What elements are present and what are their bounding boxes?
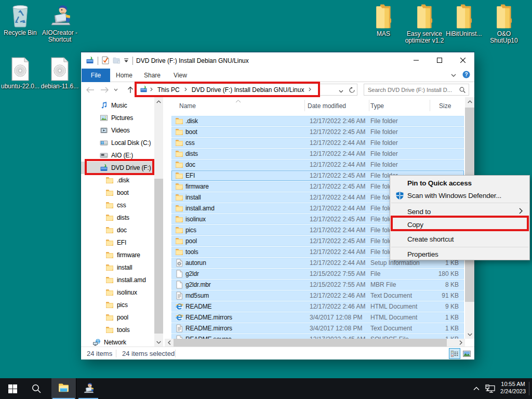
thumbnail-view-button[interactable] (461, 348, 472, 359)
menu-item-create-shortcut[interactable]: Create shortcut (391, 232, 529, 246)
file-row-css[interactable]: css12/17/2022 2:44 AMFile folder (171, 138, 464, 149)
desktop-icon[interactable]: MAS (364, 3, 403, 37)
scrollbar-thumb[interactable] (154, 179, 163, 334)
tray-show-hidden-icons-button[interactable] (469, 378, 484, 399)
search-input[interactable]: Search DVD Drive (F:) Install D... (364, 84, 469, 96)
menu-item-properties[interactable]: Properties (391, 248, 529, 260)
column-name[interactable]: Name (179, 102, 196, 110)
nav-item-local-disk-c-[interactable]: Local Disk (C:) (81, 137, 154, 149)
scroll-down-icon[interactable] (154, 338, 163, 347)
file-row-readme-mirrors[interactable]: README.mirrors3/4/2017 12:08 PMText Docu… (171, 323, 464, 334)
taskbar-clock[interactable]: 10:55 AM 2/24/2023 (500, 380, 526, 395)
scroll-right-icon[interactable] (456, 339, 465, 347)
details-view-button[interactable] (449, 348, 460, 359)
file-type: File folder (370, 139, 398, 147)
nav-item--disk[interactable]: .disk (81, 174, 154, 187)
desktop-icon[interactable]: ubuntu-22.0... (1, 56, 40, 90)
address-bar[interactable]: This PCDVD Drive (F:) Install Debian GNU… (136, 84, 357, 96)
ribbon-tab-file[interactable]: File (82, 69, 110, 82)
scrollbar-thumb[interactable] (174, 339, 447, 347)
file-icon (175, 335, 183, 339)
address-dropdown-icon[interactable] (339, 87, 343, 95)
menu-item-pin-to-quick-access[interactable]: Pin to Quick access (391, 177, 529, 189)
taskbar-search-button[interactable] (25, 378, 48, 399)
refresh-icon[interactable] (349, 87, 355, 95)
nav-item-css[interactable]: css (81, 199, 154, 211)
properties-icon[interactable] (102, 56, 109, 66)
navigation-pane-scrollbar[interactable] (154, 97, 163, 347)
expand-ribbon-icon[interactable] (451, 72, 456, 79)
file-row-readme[interactable]: README12/17/2022 2:46 AMHTML Document9 K… (171, 301, 464, 312)
nav-item-tools[interactable]: tools (81, 324, 154, 336)
nav-item-firmware[interactable]: firmware (81, 249, 154, 261)
up-button[interactable] (124, 83, 137, 96)
nav-item-music[interactable]: Music (81, 99, 154, 112)
menu-item-send-to[interactable]: Send to (391, 205, 529, 218)
ribbon-tab-view[interactable]: View (168, 69, 192, 82)
file-row-doc[interactable]: doc12/17/2022 2:44 AMFile folder (171, 159, 464, 170)
column-type[interactable]: Type (370, 102, 384, 110)
scroll-up-icon[interactable] (154, 97, 163, 106)
recent-locations-icon[interactable] (111, 83, 121, 96)
nav-item-dvd-drive-f-in[interactable]: DVD Drive (F:) In (81, 162, 154, 174)
menu-item-copy[interactable]: Copy (391, 217, 529, 232)
nav-item-label: Pictures (111, 114, 133, 122)
minimize-button[interactable] (404, 52, 428, 68)
menu-item-scan-with-windows-defender-[interactable]: Scan with Windows Defender... (391, 189, 529, 202)
folder-icon (175, 128, 183, 136)
file-row-g2ldr[interactable]: g2ldr12/15/2022 7:55 AMFile180 KB (171, 269, 464, 280)
file-name: pics (185, 227, 196, 234)
show-desktop-button[interactable] (529, 382, 529, 395)
file-row-boot[interactable]: boot12/17/2022 2:45 AMFile folder (171, 127, 464, 138)
ribbon-tab-home[interactable]: Home (112, 69, 137, 82)
taskbar-file-explorer-button[interactable] (51, 378, 76, 399)
tray-network-button[interactable] (483, 378, 497, 399)
file-row--disk[interactable]: .disk12/17/2022 2:46 AMFile folder (171, 116, 464, 127)
desktop-icon[interactable]: Recycle Bin (1, 2, 40, 36)
nav-item-pool[interactable]: pool (81, 311, 154, 324)
customize-quick-access-icon[interactable] (124, 57, 129, 64)
taskbar-aiocreator-button[interactable] (76, 378, 100, 399)
nav-item-boot[interactable]: boot (81, 187, 154, 199)
back-button[interactable] (83, 83, 97, 96)
nav-item-doc[interactable]: doc (81, 224, 154, 236)
maximize-button[interactable] (428, 52, 451, 68)
file-row-readme-mirrors[interactable]: README.mirrors3/4/2017 12:08 PMHTML Docu… (171, 312, 464, 323)
desktop-icon[interactable]: O&O ShutUp10 (484, 3, 524, 44)
nav-item-dists[interactable]: dists (81, 211, 154, 224)
nav-item-isolinux[interactable]: isolinux (81, 286, 154, 299)
nav-item-install-amd[interactable]: install.amd (81, 274, 154, 286)
scroll-down-icon[interactable] (465, 330, 474, 339)
file-date: 12/17/2022 2:44 AM (310, 139, 365, 147)
desktop-icon[interactable]: Easy service optimizer v1.2 (405, 3, 444, 44)
scroll-left-icon[interactable] (165, 339, 174, 347)
breadcrumb-item[interactable]: DVD Drive (F:) Install Debian GNU/Linux (190, 86, 307, 94)
ribbon-tab-share[interactable]: Share (140, 69, 165, 82)
new-folder-icon[interactable] (113, 57, 120, 65)
nav-item-aio-e-[interactable]: AIO (E:) (81, 149, 154, 162)
start-button[interactable] (0, 378, 25, 399)
desktop-icon[interactable]: HiBitUninst... (444, 3, 484, 37)
file-row-dists[interactable]: dists12/17/2022 2:44 AMFile folder (171, 149, 464, 159)
nav-item-pictures[interactable]: Pictures (81, 112, 154, 124)
nav-item-pics[interactable]: pics (81, 299, 154, 311)
scroll-up-icon[interactable] (465, 97, 474, 106)
nav-item-install[interactable]: install (81, 261, 154, 274)
nav-item-videos[interactable]: Videos (81, 124, 154, 137)
horizontal-scrollbar[interactable] (165, 339, 465, 347)
close-button[interactable] (451, 52, 474, 68)
file-row-md5sum[interactable]: md5sum12/17/2022 2:46 AMText Document91 … (171, 290, 464, 301)
column-date[interactable]: Date modified (308, 102, 346, 110)
desktop-icon[interactable]: AIOCreator - Shortcut (40, 2, 79, 43)
nav-item-efi[interactable]: EFI (81, 236, 154, 249)
help-icon[interactable]: ? (462, 71, 470, 80)
folder-icon (105, 263, 114, 272)
file-row-readme-source[interactable]: README.source12/17/2022 2:45 AMSOURCE Fi… (171, 334, 464, 339)
nav-item-label: boot (117, 189, 129, 196)
file-row-g2ldr-mbr[interactable]: g2ldr.mbr12/15/2022 7:55 AMMBR File8 KB (171, 280, 464, 290)
breadcrumb-item[interactable]: This PC (155, 86, 182, 94)
nav-item-network[interactable]: Network (81, 336, 154, 347)
column-size[interactable]: Size (439, 102, 451, 110)
forward-button[interactable] (98, 83, 111, 96)
desktop-icon[interactable]: debian-11.6... (40, 56, 79, 90)
